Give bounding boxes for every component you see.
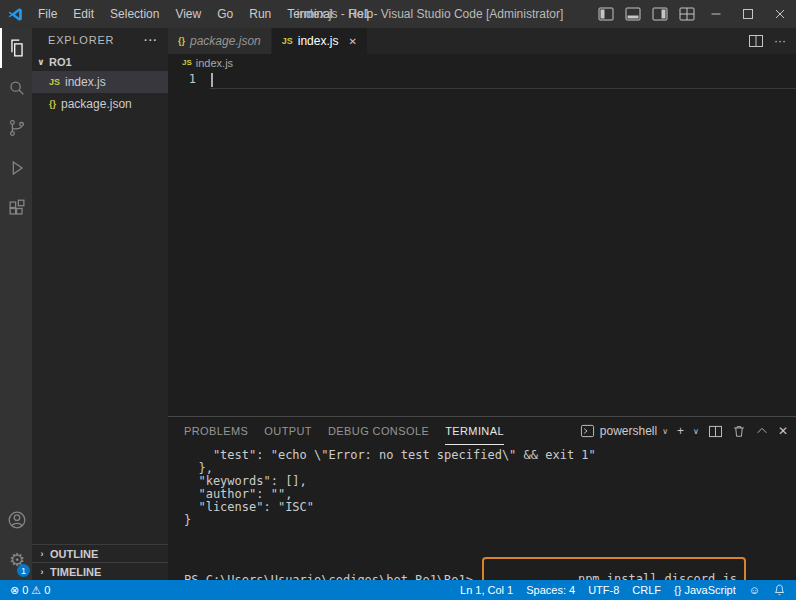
tab-bar: {} package.json JS index.js ✕ ··· <box>168 28 796 54</box>
split-terminal-icon[interactable] <box>708 425 723 438</box>
feedback-icon[interactable]: ☺ <box>749 584 760 596</box>
timeline-section[interactable]: › TIMELINE <box>32 562 168 580</box>
explorer-header: EXPLORER ··· <box>32 28 168 52</box>
editor-actions: ··· <box>748 28 796 54</box>
panel-tab-debug-console[interactable]: DEBUG CONSOLE <box>328 417 429 445</box>
editor-code-area[interactable]: 1 <box>168 71 796 416</box>
chevron-down-icon: ∨ <box>662 427 668 436</box>
outline-section[interactable]: › OUTLINE <box>32 544 168 562</box>
account-icon <box>6 509 28 531</box>
toggle-panel-icon[interactable] <box>619 0 646 28</box>
bell-icon[interactable] <box>773 583 786 597</box>
current-line-highlight <box>210 72 796 89</box>
terminal-output[interactable]: "test": "echo \"Error: no test specified… <box>168 445 796 580</box>
explorer-title: EXPLORER <box>48 34 114 46</box>
js-file-icon: JS <box>282 36 293 46</box>
terminal-line <box>184 527 796 540</box>
tab-package-json[interactable]: {} package.json <box>168 28 272 54</box>
json-file-icon: {} <box>178 36 185 46</box>
warning-icon: ⚠ <box>31 584 41 597</box>
menu-selection[interactable]: Selection <box>102 0 167 28</box>
maximize-button[interactable] <box>732 0 764 28</box>
activity-run-debug[interactable] <box>0 148 32 188</box>
line-number: 1 <box>168 72 196 86</box>
cursor-position[interactable]: Ln 1, Col 1 <box>460 584 513 596</box>
js-file-icon: JS <box>49 77 60 87</box>
terminal-prompt: PS C:\Users\Usuario\codigos\bot Ro1\Ro1> <box>184 574 480 581</box>
file-name: package.json <box>61 97 132 111</box>
title-bar: File Edit Selection View Go Run Terminal… <box>0 0 796 28</box>
error-icon: ⊗ <box>10 584 19 597</box>
bottom-panel: PROBLEMS OUTPUT DEBUG CONSOLE TERMINAL p… <box>168 416 796 580</box>
panel-header: PROBLEMS OUTPUT DEBUG CONSOLE TERMINAL p… <box>168 417 796 445</box>
menu-edit[interactable]: Edit <box>65 0 102 28</box>
panel-tab-output[interactable]: OUTPUT <box>264 417 312 445</box>
menu-run[interactable]: Run <box>241 0 279 28</box>
panel-actions: powershell ∨ + ∨ ✕ <box>580 417 788 445</box>
folder-ro1[interactable]: ∨ RO1 <box>32 52 168 71</box>
search-icon <box>6 77 28 99</box>
settings-badge: 1 <box>17 564 30 577</box>
menu-help[interactable]: Help <box>341 0 382 28</box>
close-panel-icon[interactable]: ✕ <box>778 424 788 438</box>
eol-sequence[interactable]: CRLF <box>632 584 661 596</box>
chevron-right-icon: › <box>37 549 47 559</box>
explorer-sidebar: EXPLORER ··· ∨ RO1 JS index.js {} packag… <box>32 28 168 580</box>
problems-indicator[interactable]: ⊗ 0 ⚠ 0 <box>10 584 50 597</box>
terminal-shell-selector[interactable]: powershell ∨ <box>580 424 668 438</box>
breadcrumb[interactable]: JS index.js <box>168 54 796 71</box>
activity-extensions[interactable] <box>0 188 32 228</box>
source-control-icon <box>6 117 28 139</box>
panel-tab-terminal[interactable]: TERMINAL <box>445 417 504 445</box>
shell-name: powershell <box>600 424 657 438</box>
terminal-line: "license": "ISC" <box>184 501 796 514</box>
indentation[interactable]: Spaces: 4 <box>526 584 575 596</box>
terminal-dropdown-icon[interactable]: ∨ <box>693 427 699 436</box>
minimize-button[interactable] <box>700 0 732 28</box>
menu-terminal[interactable]: Terminal <box>279 0 340 28</box>
code-content <box>210 71 796 416</box>
js-file-icon: JS <box>182 58 192 67</box>
tab-label: index.js <box>298 34 339 48</box>
settings-button[interactable]: ⚙ 1 <box>0 540 32 580</box>
menu-bar: File Edit Selection View Go Run Terminal… <box>30 0 381 28</box>
terminal-icon <box>580 424 595 438</box>
json-file-icon: {} <box>49 99 56 109</box>
tab-label: package.json <box>190 34 261 48</box>
chevron-right-icon: › <box>37 567 47 577</box>
maximize-panel-icon[interactable] <box>755 424 769 438</box>
new-terminal-icon[interactable]: + <box>677 424 684 438</box>
activity-bar: ⚙ 1 <box>0 28 32 580</box>
run-debug-icon <box>6 157 28 179</box>
terminal-command: npm install discord.js <box>578 572 737 580</box>
more-actions-icon[interactable]: ··· <box>144 34 158 46</box>
more-actions-icon[interactable]: ··· <box>774 34 786 48</box>
split-editor-icon[interactable] <box>748 34 764 48</box>
language-mode[interactable]: {} JavaScript <box>674 584 736 596</box>
status-bar: ⊗ 0 ⚠ 0 Ln 1, Col 1 Spaces: 4 UTF-8 CRLF… <box>0 580 796 600</box>
account-button[interactable] <box>0 500 32 540</box>
activity-source-control[interactable] <box>0 108 32 148</box>
section-label: TIMELINE <box>50 566 101 578</box>
tab-index-js[interactable]: JS index.js ✕ <box>272 28 368 54</box>
section-label: OUTLINE <box>50 548 98 560</box>
close-tab-icon[interactable]: ✕ <box>348 36 356 47</box>
folder-name: RO1 <box>49 56 72 68</box>
customize-layout-icon[interactable] <box>673 0 700 28</box>
activity-search[interactable] <box>0 68 32 108</box>
breadcrumb-item: index.js <box>196 57 233 69</box>
toggle-sidebar-icon[interactable] <box>592 0 619 28</box>
kill-terminal-icon[interactable] <box>732 424 746 438</box>
file-index-js[interactable]: JS index.js <box>32 71 168 93</box>
close-button[interactable] <box>764 0 796 28</box>
encoding[interactable]: UTF-8 <box>588 584 619 596</box>
line-number-gutter: 1 <box>168 71 210 416</box>
activity-explorer[interactable] <box>0 28 32 68</box>
panel-tab-problems[interactable]: PROBLEMS <box>184 417 248 445</box>
menu-file[interactable]: File <box>30 0 65 28</box>
file-package-json[interactable]: {} package.json <box>32 93 168 115</box>
menu-view[interactable]: View <box>167 0 209 28</box>
toggle-secondary-sidebar-icon[interactable] <box>646 0 673 28</box>
menu-go[interactable]: Go <box>209 0 241 28</box>
file-name: index.js <box>65 75 106 89</box>
